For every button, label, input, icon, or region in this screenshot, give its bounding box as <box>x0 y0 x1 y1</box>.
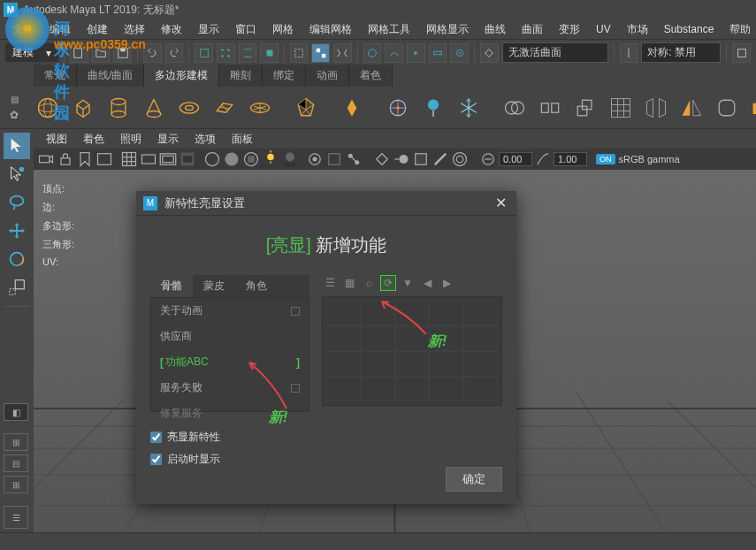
move-tool-icon[interactable] <box>4 218 30 244</box>
shelf-tab-rigging[interactable]: 绑定 <box>263 65 306 87</box>
colorspace-label[interactable]: sRGB gamma <box>617 154 682 164</box>
snap-view-plane-button[interactable] <box>450 43 469 63</box>
menu-surface[interactable]: 曲面 <box>515 20 550 39</box>
vp-smooth-shade-icon[interactable] <box>223 150 241 168</box>
vp-gamma-icon[interactable] <box>534 150 552 168</box>
vp-camera-select-icon[interactable] <box>37 150 55 168</box>
gamma-field[interactable]: 1.00 <box>554 152 587 166</box>
menu-curve[interactable]: 曲线 <box>477 20 513 39</box>
pr-list-icon[interactable]: ☰ <box>322 275 338 291</box>
live-surface-field[interactable]: 无激活曲面 <box>502 42 608 63</box>
list-item[interactable]: 关于动画 <box>151 298 309 324</box>
workspace-selector[interactable]: 建模▾ <box>5 43 58 62</box>
bridge-icon[interactable] <box>644 94 668 122</box>
open-scene-button[interactable] <box>92 43 111 63</box>
shelf-tab-shading[interactable]: 着色 <box>349 65 393 87</box>
vp-isolate-icon[interactable] <box>306 150 324 168</box>
menu-mesh[interactable]: 网格 <box>265 20 301 39</box>
save-scene-button[interactable] <box>113 43 132 63</box>
vp-antialias-icon[interactable] <box>431 150 449 168</box>
show-startup-checkbox[interactable]: 启动时显示 <box>150 452 502 467</box>
boolean-icon[interactable] <box>750 94 756 122</box>
poly-cube-icon[interactable] <box>71 94 95 122</box>
select-tool-icon[interactable] <box>4 133 30 159</box>
menu-select[interactable]: 选择 <box>117 20 152 39</box>
pr-forward-icon[interactable]: ▶ <box>439 275 454 291</box>
shelf-tab-general[interactable]: 常规 <box>34 65 77 87</box>
vp-wireframe-icon[interactable] <box>203 150 221 168</box>
separate-icon[interactable] <box>538 94 562 122</box>
center-pivot-icon[interactable] <box>421 94 446 122</box>
toolbar-extra-button[interactable] <box>732 43 751 63</box>
vp-shadows-icon[interactable] <box>281 150 299 168</box>
pr-refresh-icon[interactable]: ⟳ <box>380 275 396 291</box>
combine-icon[interactable] <box>502 94 527 122</box>
menu-mesh-display[interactable]: 网格显示 <box>419 20 476 39</box>
poly-sphere-icon[interactable] <box>35 94 60 122</box>
vp-grid-icon[interactable] <box>120 150 138 168</box>
vp-xray-icon[interactable] <box>325 150 343 168</box>
vp-exposure-icon[interactable] <box>479 150 497 168</box>
symmetry-field[interactable]: 对称: 禁用 <box>641 42 721 63</box>
colorspace-on-badge[interactable]: ON <box>596 154 615 164</box>
select-vertex-button[interactable] <box>217 43 235 63</box>
dialog-header[interactable]: M 新特性亮显设置 ✕ <box>136 191 516 216</box>
dialog-tab-skin skin[interactable]: 蒙皮 <box>193 275 235 297</box>
snap-grid-button[interactable] <box>363 43 382 63</box>
menu-window[interactable]: 窗口 <box>228 20 263 39</box>
pr-filter-icon[interactable]: ▼ <box>400 275 416 291</box>
poly-platonic-icon[interactable] <box>294 94 318 122</box>
poly-torus-icon[interactable] <box>177 94 202 122</box>
shelf-settings-icon[interactable]: ✿ <box>4 108 25 122</box>
layout-outliner-icon[interactable]: ☰ <box>4 506 28 529</box>
mirror-icon[interactable] <box>679 94 704 122</box>
shelf-tab-sculpt[interactable]: 雕刻 <box>219 65 263 87</box>
shelf-tab-curves[interactable]: 曲线/曲面 <box>77 65 144 87</box>
vp-menu-shading[interactable]: 着色 <box>76 130 111 149</box>
vp-two-sided-icon[interactable] <box>373 150 391 168</box>
menu-create[interactable]: 创建 <box>80 20 115 39</box>
select-edge-button[interactable] <box>239 43 257 63</box>
symmetry-button[interactable] <box>620 43 638 63</box>
poly-cone-icon[interactable] <box>141 94 166 122</box>
shelf-tab-poly[interactable]: 多边形建模 <box>144 65 219 87</box>
bevel-icon[interactable] <box>608 94 633 122</box>
select-by-name-button[interactable] <box>290 43 309 63</box>
highlight-checkbox[interactable]: 亮显新特性 <box>150 430 502 445</box>
shelf-tab-anim[interactable]: 动画 <box>306 65 349 87</box>
vp-motion-blur-icon[interactable] <box>393 150 410 168</box>
vp-film-gate-icon[interactable] <box>140 150 157 168</box>
freeze-icon[interactable] <box>456 94 481 122</box>
vp-menu-lighting[interactable]: 照明 <box>113 130 149 149</box>
menu-deform[interactable]: 变形 <box>552 20 587 39</box>
menu-display[interactable]: 显示 <box>191 20 226 39</box>
pr-grid-icon[interactable]: ▦ <box>341 275 357 291</box>
vp-textured-icon[interactable] <box>242 150 260 168</box>
dialog-tab-character[interactable]: 角色 <box>235 275 278 297</box>
vp-gate-mask-icon[interactable] <box>179 150 196 168</box>
layout-two-h-icon[interactable]: ⊟ <box>4 455 28 472</box>
redo-button[interactable] <box>165 43 184 63</box>
menu-file[interactable]: 文件 <box>5 20 41 39</box>
vp-camera-lock-icon[interactable] <box>57 150 74 168</box>
exposure-field[interactable]: 0.00 <box>499 152 532 166</box>
menu-substance[interactable]: Substance <box>657 21 722 37</box>
make-live-button[interactable] <box>480 43 499 63</box>
vp-ssao-icon[interactable] <box>412 150 430 168</box>
layout-four-icon[interactable]: ⊞ <box>4 433 28 451</box>
vp-menu-view[interactable]: 视图 <box>39 130 74 149</box>
snap-point-button[interactable] <box>407 43 425 63</box>
select-face-button[interactable] <box>260 43 279 63</box>
select-combination-button[interactable] <box>333 43 352 63</box>
list-item[interactable]: 供应商 <box>151 324 309 349</box>
scale-tool-icon[interactable] <box>4 274 30 301</box>
vp-xray-joints-icon[interactable] <box>345 150 363 168</box>
menu-edit-mesh[interactable]: 编辑网格 <box>302 20 359 39</box>
menu-edit[interactable]: 编辑 <box>42 20 78 39</box>
select-hierarchy-button[interactable] <box>311 43 330 63</box>
extrude-icon[interactable] <box>573 94 598 122</box>
dialog-tab-skeleton[interactable]: 骨骼 <box>150 275 193 297</box>
poly-type-icon[interactable] <box>340 94 364 122</box>
vp-use-lights-icon[interactable] <box>262 150 279 168</box>
snap-curve-button[interactable] <box>385 43 403 63</box>
